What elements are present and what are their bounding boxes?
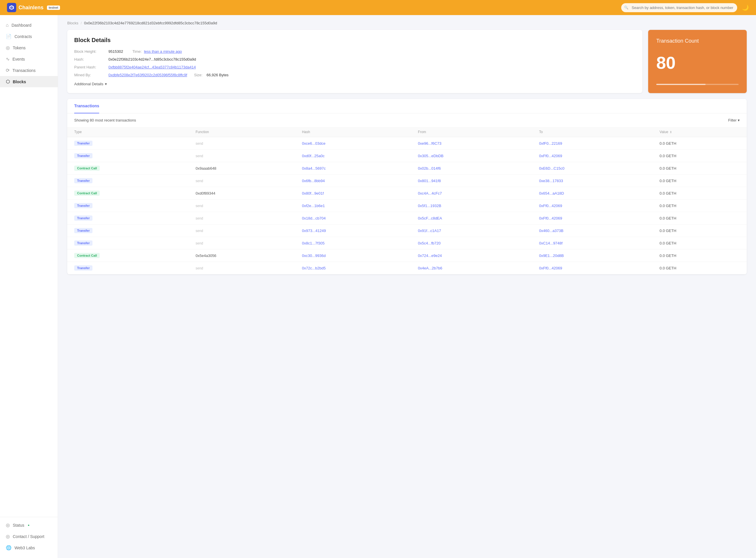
to-link[interactable]: 0x460...a373B [539, 229, 564, 233]
hash-link[interactable]: 0xf2e...1b6e1 [302, 204, 325, 208]
showing-text: Showing 80 most recent transactions [74, 118, 136, 122]
network-badge: testnet [47, 5, 60, 10]
hash-link[interactable]: 0x18d...cb704 [302, 216, 326, 221]
sidebar-item-transactions[interactable]: ⟳ Transactions [0, 65, 58, 76]
sort-icon[interactable]: ⇕ [670, 130, 672, 134]
cell-value: 0.0 GETH [653, 225, 747, 237]
function-value: send [195, 217, 203, 221]
table-row: Transfer send 0x72c...b2bd5 0x4eA...2b7b… [67, 262, 747, 274]
cell-to: 0x9E1...20d8B [532, 249, 653, 262]
cell-type: Contract Call [67, 249, 189, 262]
search-container [621, 3, 737, 12]
to-link[interactable]: 0xFf0...42069 [539, 204, 563, 208]
hash-value: 0x0e22f36b2103c4d24e7...fd85c3cbcc78c155… [108, 57, 196, 61]
to-link[interactable]: 0x654...aA18D [539, 191, 564, 196]
cell-type: Contract Call [67, 187, 189, 200]
theme-toggle[interactable]: 🌙 [742, 4, 749, 11]
to-link[interactable]: 0xe38...17833 [539, 179, 563, 183]
hash-link[interactable]: 0xd0f...25a0c [302, 154, 325, 158]
from-link[interactable]: 0x4eA...2b7b6 [418, 266, 442, 270]
from-link[interactable]: 0xe96...f6C73 [418, 141, 442, 146]
filter-button[interactable]: Filter ▾ [728, 118, 740, 122]
additional-details-button[interactable]: Additional Details ▾ [74, 82, 107, 86]
tab-transactions[interactable]: Transactions [74, 99, 99, 113]
block-details-card: Block Details Block Height: 9515302 Time… [67, 30, 642, 93]
home-icon: ⌂ [6, 23, 9, 28]
cell-value: 0.0 GETH [653, 187, 747, 200]
app-logo[interactable]: Chainlens [7, 3, 44, 12]
function-value: send [195, 142, 203, 146]
col-to: To [532, 127, 653, 137]
tx-value: 0.0 GETH [659, 179, 676, 183]
cell-function: 0x9aaab648 [189, 162, 295, 175]
hash-link[interactable]: 0xce6...03dce [302, 141, 325, 146]
table-row: Transfer send 0x18d...cb704 0x5cF...c8dE… [67, 212, 747, 225]
cell-hash: 0xc30...9936d [295, 249, 411, 262]
cell-to: 0x654...aA18D [532, 187, 653, 200]
to-link[interactable]: 0xfF0...22169 [539, 141, 563, 146]
time-value[interactable]: less than a minute ago [144, 49, 182, 54]
cell-function: 0x5e4a3056 [189, 249, 295, 262]
sidebar-item-dashboard[interactable]: ⌂ Dashboard [0, 20, 58, 31]
blocks-icon: ⬡ [6, 79, 10, 84]
from-link[interactable]: 0x91f...c1A17 [418, 229, 441, 233]
from-link[interactable]: 0x02b...014f6 [418, 166, 441, 171]
to-link[interactable]: 0xFf0...42069 [539, 266, 563, 270]
table-row: Transfer send 0x8c1...7f305 0x5c4...fb72… [67, 237, 747, 249]
tx-value: 0.0 GETH [659, 241, 676, 245]
cell-from: 0x02b...014f6 [411, 162, 532, 175]
breadcrumb-parent[interactable]: Blocks [67, 21, 78, 25]
from-link[interactable]: 0x5f1...1932B [418, 204, 441, 208]
hash-link[interactable]: 0x72c...b2bd5 [302, 266, 326, 270]
cell-function: send [189, 200, 295, 212]
transactions-icon: ⟳ [6, 68, 9, 73]
from-link[interactable]: 0xc4A...4cFc7 [418, 191, 442, 196]
sidebar-item-blocks[interactable]: ⬡ Blocks [0, 76, 58, 87]
cell-hash: 0xd0f...25a0c [295, 150, 411, 162]
cell-function: send [189, 262, 295, 274]
mined-by-row: Mined By: 0xdbfe5208e2f7e63f9202c2d05396… [74, 73, 635, 77]
table-row: Contract Call 0x9aaab648 0x8a4...5697c 0… [67, 162, 747, 175]
mined-by-label: Mined By: [74, 73, 106, 77]
transaction-count-card: Transaction Count 80 [648, 30, 747, 93]
cell-value: 0.0 GETH [653, 262, 747, 274]
cell-function: send [189, 225, 295, 237]
tx-count-bar-fill [656, 84, 706, 85]
from-link[interactable]: 0x801...941f8 [418, 179, 441, 183]
cell-function: send [189, 237, 295, 249]
hash-link[interactable]: 0x973...41249 [302, 229, 326, 233]
block-details-title: Block Details [74, 37, 635, 44]
tx-count-bar [656, 84, 738, 85]
sidebar-item-events[interactable]: ∿ Events [0, 53, 58, 65]
function-value: send [195, 179, 203, 183]
mined-by-value[interactable]: 0xdbfe5208e2f7e63f9202c2d05396f55f8c8ffc… [108, 73, 187, 77]
from-link[interactable]: 0x5c4...fb720 [418, 241, 441, 245]
sidebar-item-tokens[interactable]: ◎ Tokens [0, 42, 58, 53]
tx-value: 0.0 GETH [659, 216, 676, 221]
cell-hash: 0x8a4...5697c [295, 162, 411, 175]
cell-type: Transfer [67, 237, 189, 249]
block-height-label: Block Height: [74, 49, 106, 54]
cell-type: Transfer [67, 225, 189, 237]
to-link[interactable]: 0xC14...9748f [539, 241, 563, 245]
sidebar-item-contracts[interactable]: 📄 Contracts [0, 31, 58, 42]
search-input[interactable] [621, 3, 737, 12]
type-badge: Contract Call [74, 253, 100, 258]
hash-link[interactable]: 0x80f...9e01f [302, 191, 324, 196]
tx-table-header: Showing 80 most recent transactions Filt… [67, 113, 747, 127]
to-link[interactable]: 0xE6D...C15c0 [539, 166, 565, 171]
parent-hash-value[interactable]: 0xfbb8875f2e404ae24cf...43ea5377c84b1173… [108, 65, 195, 69]
hash-link[interactable]: 0x6fb...8bb94 [302, 179, 325, 183]
to-link[interactable]: 0x9E1...20d8B [539, 253, 564, 258]
from-link[interactable]: 0x305...eDbDB [418, 154, 444, 158]
tx-value: 0.0 GETH [659, 191, 676, 196]
to-link[interactable]: 0xFf0...42069 [539, 154, 563, 158]
hash-link[interactable]: 0x8a4...5697c [302, 166, 326, 171]
sidebar-nav: ⌂ Dashboard 📄 Contracts ◎ Tokens ∿ Event… [0, 20, 58, 280]
to-link[interactable]: 0xFf0...42069 [539, 216, 563, 221]
from-link[interactable]: 0x724...e9e24 [418, 253, 442, 258]
from-link[interactable]: 0x5cF...c8dEA [418, 216, 442, 221]
hash-link[interactable]: 0xc30...9936d [302, 253, 326, 258]
cell-to: 0xFf0...42069 [532, 150, 653, 162]
hash-link[interactable]: 0x8c1...7f305 [302, 241, 325, 245]
